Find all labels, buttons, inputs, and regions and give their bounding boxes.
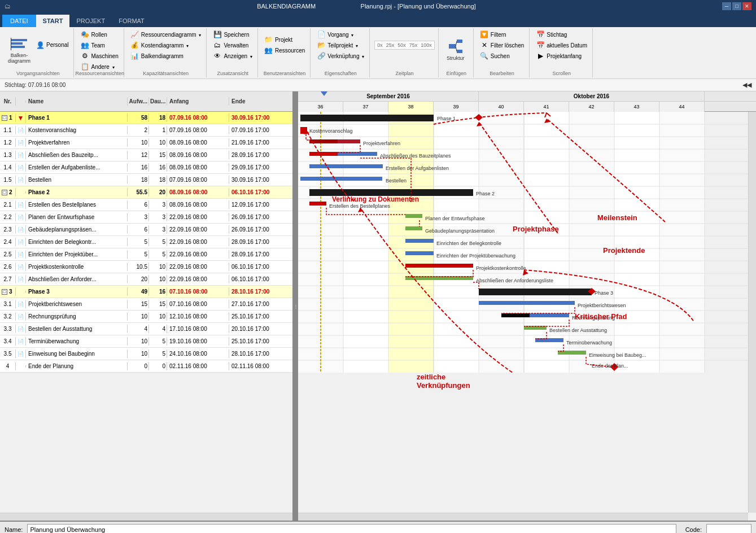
cell-ind: 📄 [16, 213, 26, 221]
gantt-header: September 2016 Oktober 2016 36 37 38 39 … [298, 91, 756, 112]
kap-balken-button[interactable]: 📊 Balkendiagramm [129, 51, 203, 61]
close-button[interactable]: ✕ [742, 2, 751, 10]
table-row[interactable]: 1.5 📄 Bestellen 18 18 07.09.16 08:00 30.… [0, 174, 292, 186]
split-handle[interactable]: ⋮ [294, 91, 298, 521]
gantt-week-36: 36 [298, 102, 343, 112]
pct-0[interactable]: 0x [376, 42, 384, 48]
kostendiagramm-button[interactable]: 💰 Kostendiagramm ▾ [129, 40, 203, 50]
team-button[interactable]: 👥 Team [78, 40, 120, 50]
table-row[interactable]: 1.3 📄 Abschließen des Bauzeitp... 12 15 … [0, 149, 292, 161]
cell-ende: 20.10.16 17:00 [229, 325, 291, 333]
table-row[interactable]: 3.2 📄 Rechnungsprüfung 10 10 12.10.16 08… [0, 311, 292, 323]
table-hscroll[interactable] [0, 513, 292, 521]
table-row[interactable]: 1.2 📄 Projektverfahren 10 10 08.09.16 08… [0, 137, 292, 149]
table-row[interactable]: 1.4 📄 Erstellen der Aufgabenliste... 16 … [0, 161, 292, 174]
ressourcen-button[interactable]: 👥 Ressourcen [263, 45, 307, 55]
anzeigen-button[interactable]: 👁 Anzeigen ▾ [211, 51, 254, 61]
rollen-button[interactable]: 🎭 Rollen [78, 29, 120, 40]
vorgang-button[interactable]: 📄 Vorgang ▾ [315, 29, 366, 40]
speichern-button[interactable]: 💾 Speichern [211, 29, 254, 40]
table-row[interactable]: 2.6 📄 Projektkostenkontrolle 10.5 10 22.… [0, 261, 292, 273]
vorgang-icon: 📄 [317, 30, 326, 39]
cell-aufwand: 15 [128, 300, 149, 308]
gantt-vscroll[interactable] [748, 112, 756, 513]
collapse-button[interactable]: □ [2, 115, 7, 121]
minimize-button[interactable]: ─ [722, 2, 731, 10]
cell-dauer: 5 [149, 250, 167, 259]
struktur-button[interactable]: Struktur [443, 36, 468, 62]
table-row[interactable]: 2.7 📄 Abschließen der Anforder... 20 10 … [0, 273, 292, 286]
cell-aufwand: 2 [128, 126, 149, 134]
cell-ind: 📄 [16, 263, 26, 271]
table-row[interactable]: 3.4 📄 Terminüberwachung 10 5 19.10.16 08… [0, 335, 292, 348]
gantt-week-37: 37 [343, 102, 388, 112]
cell-nr: 2.6 [0, 263, 16, 271]
tab-datei[interactable]: DATEI [2, 15, 36, 27]
teilprojekt-button[interactable]: 📂 Teilprojekt ▾ [315, 40, 366, 50]
ressourcendiagramm-button[interactable]: 📈 Ressourcendiagramm ▾ [129, 29, 203, 40]
ressourcendiagramm-icon: 📈 [130, 30, 139, 39]
cell-anfang: 22.09.16 08:00 [167, 225, 229, 234]
cell-ende: 28.09.16 17:00 [229, 238, 291, 246]
filter-loeschen-button[interactable]: ✕ Filter löschen [478, 40, 526, 50]
table-row[interactable]: 2.3 📄 Gebäudeplanungspräsen... 6 3 22.09… [0, 224, 292, 236]
table-row[interactable]: 3.5 📄 Einweisung bei Baubeginn 10 5 24.1… [0, 348, 292, 360]
cell-nr: 1.3 [0, 151, 16, 159]
cell-ende: 02.11.16 08:00 [229, 362, 291, 370]
collapse-button[interactable]: □ [2, 190, 7, 195]
projektanfang-button[interactable]: ▶ Projektanfang [534, 51, 589, 61]
svg-rect-2 [11, 46, 25, 48]
projekt-button[interactable]: 📁 Projekt [263, 34, 307, 45]
verwalten-button[interactable]: 🗂 Verwalten [211, 40, 254, 50]
table-row[interactable]: 3.1 📄 Projektberichtswesen 15 15 07.10.1… [0, 298, 292, 311]
pct-75[interactable]: 75x [408, 42, 419, 48]
project-name-input[interactable] [27, 524, 676, 534]
scrollen-col: 📅 Stichtag 📅 aktuelles Datum ▶ Projektan… [534, 29, 589, 69]
tab-projekt[interactable]: PROJEKT [69, 15, 112, 27]
table-row[interactable]: 3.3 📄 Bestellen der Ausstattung 4 4 17.1… [0, 323, 292, 335]
gliederung-content: 🔽 Filtern ✕ Filter löschen 🔍 Suchen [478, 29, 526, 77]
aktuelles-datum-button[interactable]: 📅 aktuelles Datum [534, 40, 589, 50]
svg-text:Einrichten der Belegkontrolle: Einrichten der Belegkontrolle [436, 241, 501, 246]
table-row[interactable]: 2.5 📄 Einrichten der Projektüber... 5 5 … [0, 248, 292, 261]
verknuepfung-button[interactable]: 🔗 Verknüpfung ▾ [315, 51, 366, 61]
pct-100[interactable]: 100x [419, 42, 433, 48]
suchen-button[interactable]: 🔍 Suchen [478, 51, 526, 61]
cell-dauer: 1 [149, 126, 167, 134]
pct-25[interactable]: 25x [385, 42, 396, 48]
filtern-button[interactable]: 🔽 Filtern [478, 29, 526, 40]
table-row[interactable]: □2 Phase 2 55.5 20 08.09.16 08:00 06.10.… [0, 186, 292, 199]
gantt-hscroll[interactable] [298, 513, 748, 521]
collapse-gantt-button[interactable]: ◀◀ [742, 81, 751, 89]
gliederung-col: 🔽 Filtern ✕ Filter löschen 🔍 Suchen [478, 29, 526, 69]
table-row[interactable]: 1.1 📄 Kostenvoranschlag 2 1 07.09.16 08:… [0, 124, 292, 137]
projektanfang-label: Projektanfang [547, 53, 582, 59]
table-row[interactable]: 2.2 📄 Planen der Entwurfsphase 3 3 22.09… [0, 211, 292, 224]
code-input[interactable] [706, 524, 751, 534]
table-row[interactable]: □1 ▼ Phase 1 58 18 07.09.16 08:00 30.09.… [0, 112, 292, 124]
einfuegen-label: Einfügen [440, 71, 473, 76]
personal-button[interactable]: 👤 Personal [34, 40, 70, 50]
table-row[interactable]: 4 Ende der Planung 0 0 02.11.16 08:00 02… [0, 360, 292, 373]
scrollen-content: 📅 Stichtag 📅 aktuelles Datum ▶ Projektan… [534, 29, 589, 77]
svg-rect-49 [309, 139, 360, 143]
collapse-button[interactable]: □ [2, 289, 7, 295]
pct-50[interactable]: 50x [396, 42, 407, 48]
tab-start[interactable]: START [36, 15, 70, 27]
balkendiagramm-button[interactable]: Balken-diagramm [6, 33, 33, 65]
maschinen-button[interactable]: ⚙ Maschinen [78, 51, 120, 61]
tab-format[interactable]: FORMAT [112, 15, 151, 27]
cell-name: Abschließen des Bauzeitp... [26, 151, 128, 159]
stichtag-button[interactable]: 📅 Stichtag [534, 29, 589, 40]
scrollen-label: Scrollen [531, 71, 592, 76]
cell-ind [16, 291, 26, 293]
cell-ind: 📄 [16, 300, 26, 308]
cell-aufwand: 55.5 [128, 188, 149, 196]
svg-rect-0 [11, 39, 27, 41]
header-aufwand: Aufw... [128, 97, 149, 106]
svg-rect-68 [405, 251, 434, 255]
table-row[interactable]: □3 Phase 3 49 16 07.10.16 08:00 28.10.16… [0, 286, 292, 298]
restore-button[interactable]: □ [732, 2, 741, 10]
table-row[interactable]: 2.4 📄 Einrichten der Belegkontr... 5 5 2… [0, 236, 292, 248]
table-row[interactable]: 2.1 📄 Erstellen des Bestellplanes 6 3 08… [0, 199, 292, 211]
